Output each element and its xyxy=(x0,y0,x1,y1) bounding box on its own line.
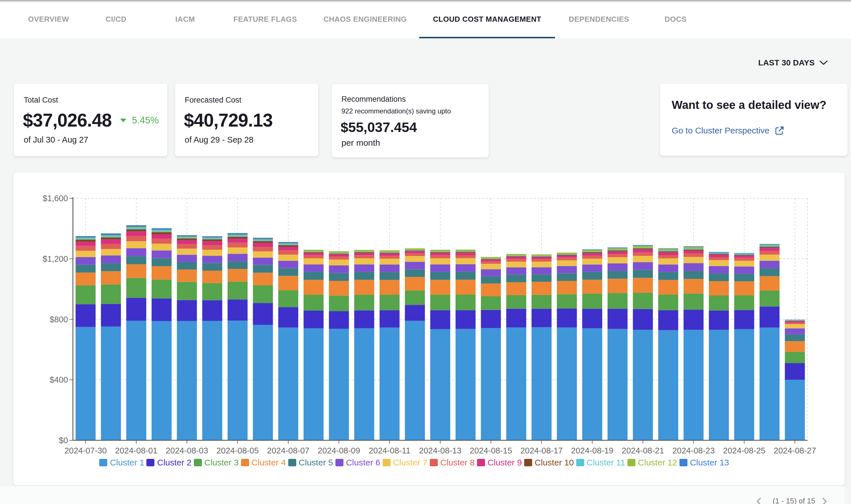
svg-text:$400: $400 xyxy=(50,375,68,384)
svg-text:$800: $800 xyxy=(50,315,68,324)
svg-text:2024-08-13: 2024-08-13 xyxy=(419,446,461,455)
svg-text:2024-08-11: 2024-08-11 xyxy=(369,446,410,455)
svg-text:2024-08-05: 2024-08-05 xyxy=(216,446,259,455)
svg-text:2024-08-17: 2024-08-17 xyxy=(520,446,563,455)
svg-text:2024-07-30: 2024-07-30 xyxy=(64,446,107,455)
svg-text:$0: $0 xyxy=(59,436,68,445)
svg-text:2024-08-01: 2024-08-01 xyxy=(115,446,157,455)
svg-text:2024-08-19: 2024-08-19 xyxy=(571,446,613,455)
svg-text:2024-08-03: 2024-08-03 xyxy=(166,446,208,455)
svg-text:2024-08-15: 2024-08-15 xyxy=(470,446,512,455)
svg-text:2024-08-25: 2024-08-25 xyxy=(723,446,765,455)
svg-text:2024-08-23: 2024-08-23 xyxy=(672,446,715,455)
svg-text:2024-08-07: 2024-08-07 xyxy=(267,446,309,455)
svg-text:2024-08-27: 2024-08-27 xyxy=(774,446,816,455)
svg-text:$1,200: $1,200 xyxy=(42,254,68,264)
svg-text:$1,600: $1,600 xyxy=(42,194,68,203)
svg-text:2024-08-09: 2024-08-09 xyxy=(318,446,360,455)
svg-text:2024-08-21: 2024-08-21 xyxy=(622,446,664,455)
